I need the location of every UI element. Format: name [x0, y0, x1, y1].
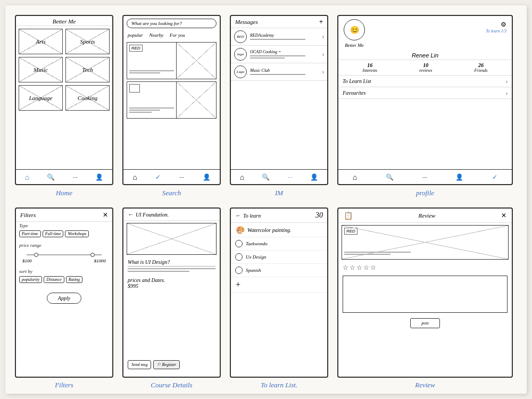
back-button[interactable]: ←: [128, 211, 134, 218]
star-rating[interactable]: ☆ ☆ ☆ ☆ ☆: [338, 262, 512, 273]
send-msg-button[interactable]: Send msg: [128, 360, 151, 369]
star-2[interactable]: ☆: [350, 264, 355, 271]
tab-foryou[interactable]: For you: [168, 32, 187, 39]
tag-rating[interactable]: Rating: [66, 276, 82, 283]
review-screen: 📋 Review ✕ RED ☆ ☆ ☆ ☆ ☆ post: [337, 207, 513, 378]
review-textarea[interactable]: [343, 276, 508, 313]
close-icon[interactable]: ✕: [103, 211, 108, 219]
nav-home-icon[interactable]: ⌂: [353, 173, 357, 181]
card-image: [176, 43, 216, 79]
tolearn-back-button[interactable]: ←: [235, 212, 241, 219]
search-input[interactable]: What are you looking for?: [127, 19, 217, 28]
tolearn-menu-item[interactable]: To Learn List ›: [338, 76, 512, 87]
type-label: Type: [16, 222, 112, 229]
profile-name: Renee Lin: [338, 51, 512, 60]
msg-content-2: OCAD Cooking =: [250, 49, 319, 60]
filters-label: Filters: [15, 381, 113, 389]
review-icon: 📋: [344, 211, 353, 220]
sort-tags: popularity Distance Rating: [16, 275, 112, 284]
review-image: RED: [342, 225, 509, 260]
msg-avatar-3: Logo: [234, 65, 247, 78]
tag-distance[interactable]: Distance: [44, 276, 64, 283]
nav-search-icon[interactable]: ✓: [155, 173, 161, 181]
course-desc-section: What is UI Design?: [123, 257, 220, 276]
cat-arts[interactable]: Arts: [19, 29, 63, 54]
messages-title: Messages: [235, 19, 258, 25]
watercolor-icon: 🎨: [235, 226, 244, 234]
home-nav: ⌂ 🔍 ··· 👤: [16, 169, 112, 184]
cat-music[interactable]: Music: [19, 57, 63, 82]
stat-reviews: 10 reviews: [419, 62, 432, 73]
check-uxdesign: [235, 253, 243, 261]
paper: Better Me Arts Sports Music Tech Languag…: [5, 5, 527, 394]
nav-profile-icon[interactable]: 👤: [95, 173, 103, 181]
tag-workshops[interactable]: Workshops: [65, 230, 89, 237]
msg-content-1: REDAcademy: [250, 33, 319, 41]
nav-search-icon[interactable]: 🔍: [47, 173, 55, 181]
msg-content-3: Music Club: [250, 68, 319, 76]
cat-tech[interactable]: Tech: [65, 57, 110, 82]
course-price-section: prices and Dates. $995: [123, 276, 220, 290]
search-card-1[interactable]: RED: [127, 42, 217, 79]
tab-row: popular Nearby For you: [123, 31, 220, 40]
tag-fulltime[interactable]: Full-time: [43, 230, 64, 237]
nav-home-icon[interactable]: ⌂: [240, 173, 244, 181]
filters-screen: Filters ✕ Type Part-time Full-time Works…: [15, 207, 113, 378]
tag-parttime[interactable]: Part-time: [19, 230, 41, 237]
nav-msg-icon[interactable]: ···: [422, 174, 427, 180]
register-button[interactable]: ⚐ Register: [153, 360, 180, 369]
cat-language[interactable]: Language: [19, 85, 63, 111]
add-learn-item[interactable]: +: [231, 277, 327, 293]
gear-icon[interactable]: ⚙: [501, 21, 506, 28]
nav-home-icon[interactable]: ⌂: [132, 173, 137, 181]
add-icon: +: [235, 280, 241, 289]
messages-nav: ⌂ 🔍 ··· 👤: [231, 169, 327, 184]
nav-search-icon[interactable]: 🔍: [386, 173, 394, 181]
msg-item-2[interactable]: logo OCAD Cooking = ›: [231, 46, 327, 63]
msg-item-1[interactable]: RED REDAcademy ›: [231, 28, 327, 46]
review-label: Review: [337, 381, 513, 389]
star-4[interactable]: ☆: [363, 264, 369, 271]
nav-msg-icon[interactable]: ···: [288, 174, 293, 180]
learn-item-spanish[interactable]: Spanish: [231, 264, 327, 277]
chevron-icon-2: ›: [322, 52, 324, 57]
review-title: Review: [419, 212, 436, 219]
nav-search-icon[interactable]: 🔍: [262, 173, 270, 181]
tag-popularity[interactable]: popularity: [19, 276, 42, 283]
msg-item-3[interactable]: Logo Music Club ›: [231, 63, 327, 81]
tab-nearby[interactable]: Nearby: [147, 32, 166, 39]
chevron-icon-1: ›: [322, 34, 324, 40]
tab-popular[interactable]: popular: [126, 32, 145, 39]
nav-profile-icon[interactable]: 👤: [310, 173, 318, 181]
cat-sports[interactable]: Sports: [65, 29, 110, 54]
post-button[interactable]: post: [410, 318, 439, 328]
course-desc: What is UI Design?: [128, 259, 215, 267]
slider-max-handle[interactable]: [90, 253, 95, 257]
learn-item-uxdesign[interactable]: Ux Design: [231, 251, 327, 264]
slider-min-handle[interactable]: [34, 253, 38, 257]
cat-cooking[interactable]: Cooking: [65, 85, 110, 111]
learn-item-watercolor[interactable]: 🎨 Watercolor painting.: [231, 223, 327, 237]
favourites-menu-item[interactable]: Favourites ›: [338, 87, 512, 99]
nav-profile-icon[interactable]: 👤: [203, 173, 211, 181]
profile-stats: 16 Interests 10 reviews 26 Friends: [338, 60, 512, 76]
add-message-icon[interactable]: +: [319, 18, 323, 26]
post-btn-container: post: [338, 317, 512, 327]
star-5[interactable]: ☆: [370, 264, 376, 271]
star-3[interactable]: ☆: [356, 264, 362, 271]
nav-msg-icon[interactable]: ···: [179, 174, 184, 180]
learn-item-taekwondo[interactable]: Taekwondo: [231, 237, 327, 251]
price-label: price range: [16, 242, 112, 249]
chevron-icon-3: ›: [322, 69, 324, 75]
course-label: Course Details: [122, 381, 221, 389]
star-1[interactable]: ☆: [343, 264, 348, 271]
messages-screen: Messages + RED REDAcademy › logo OCAD Co…: [230, 15, 328, 185]
nav-home-icon[interactable]: ⌂: [25, 173, 29, 181]
tolearn-label: To learn List.: [230, 381, 328, 389]
nav-msg-icon[interactable]: ···: [73, 174, 78, 180]
nav-profile-icon[interactable]: 👤: [455, 173, 463, 181]
apply-button[interactable]: Apply: [47, 293, 81, 304]
review-close-icon[interactable]: ✕: [501, 212, 506, 219]
price-range-slider[interactable]: $100 $1000: [16, 249, 112, 265]
search-card-2[interactable]: [127, 81, 217, 119]
